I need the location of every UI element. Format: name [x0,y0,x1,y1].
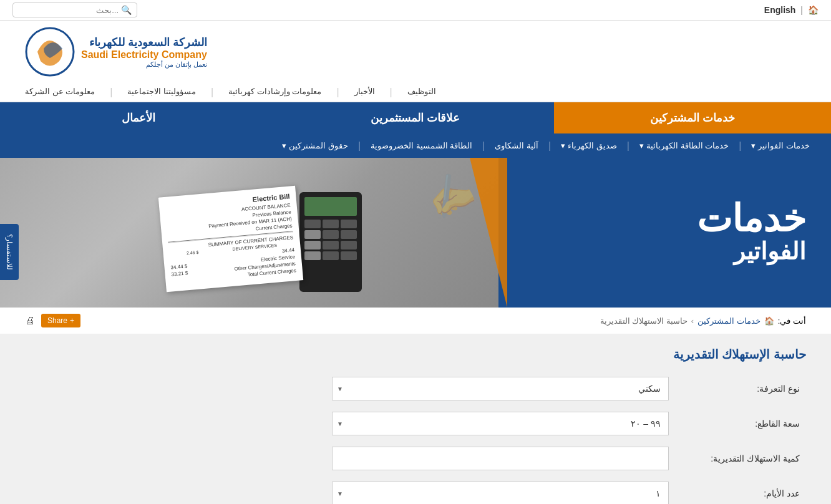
hero-banner: Electric Bill ACCOUNT BALANCE Previous B… [0,158,831,308]
subnav-electricity-friend[interactable]: صديق الكهرباء ▾ [552,133,626,158]
consumption-label: كمية الاستهلاك التقديرية: [669,453,806,463]
form-row-tariff: نوع التعرفة: سكني تجاري صناعي [25,377,806,400]
subnav-complaints[interactable]: آلية الشكاوى [486,133,547,158]
subnav-solar-label: الطاقة الشمسية الخضروضوية [371,141,472,150]
subnav-bills[interactable]: خدمات الفواتير ▾ [742,133,819,158]
bill-document: Electric Bill ACCOUNT BALANCE Previous B… [158,186,303,293]
hero-sub-text: الفواتير [697,238,806,265]
subnav-bills-arrow: ▾ [751,141,756,150]
nav-business[interactable]: الأعمال [0,102,277,133]
hero-text: خدمات الفواتير [697,200,806,265]
share-button[interactable]: + Share [41,314,80,327]
nav-news[interactable]: الأخبار [354,87,375,98]
breadcrumb-bar: أنت في: 🏠 خدمات المشتركين › حاسبة الاسته… [0,308,831,334]
logo-icon [25,27,75,77]
search-bar: 🔍 [12,2,137,17]
breadcrumb-actions: + Share 🖨 [25,314,80,327]
nav-investors[interactable]: علاقات المستثمرين [277,102,554,133]
logo-area: الشركة السعودية للكهرباء Saudi Electrici… [0,21,831,83]
separator: | [800,5,803,15]
page-title: حاسبة الإستهلاك التقديرية [25,347,806,362]
capacity-input-wrap: ٩٩ – ٢٠ ١٩٩ – ١٠٠ ٢٩٩ – ٢٠٠ [332,412,669,435]
main-content: حاسبة الإستهلاك التقديرية نوع التعرفة: س… [0,334,831,504]
company-name-arabic: الشركة السعودية للكهرباء [81,36,207,49]
subnav-electricity-friend-label: صديق الكهرباء [568,141,617,150]
consumption-calculator-form: نوع التعرفة: سكني تجاري صناعي سعة القاطع… [25,377,806,504]
main-nav: خدمات المشتركين علاقات المستثمرين الأعما… [0,102,831,133]
nav-about[interactable]: معلومات عن الشركة [25,87,95,98]
capacity-select[interactable]: ٩٩ – ٢٠ ١٩٩ – ١٠٠ ٢٩٩ – ٢٠٠ [332,412,669,435]
tariff-select[interactable]: سكني تجاري صناعي [332,377,669,400]
breadcrumb-prefix: أنت في: [778,316,806,326]
share-plus-icon: + [70,316,74,325]
feedback-label: للاستفسار؟ [5,234,14,270]
search-icon: 🔍 [121,5,132,15]
days-input-wrap: ١ ٢ ٣ ٣٠ [332,482,669,504]
nav-subscribers[interactable]: خدمات المشتركين [554,102,831,133]
subnav-rights-label: حقوق المشتركين [289,141,348,150]
capacity-label: سعة القاطع: [669,419,806,429]
print-icon[interactable]: 🖨 [25,315,35,326]
consumption-input-wrap [332,447,669,470]
top-bar: English | 🏠 🔍 [0,0,831,21]
nav-social[interactable]: مسؤوليتنا الاجتماعية [127,87,196,98]
home-breadcrumb-icon: 🏠 [764,316,774,326]
logo-text: الشركة السعودية للكهرباء Saudi Electrici… [81,36,207,69]
breadcrumb-current: حاسبة الاستهلاك التقديرية [600,316,688,326]
company-name-english: Saudi Electricity Company [81,49,207,61]
form-row-days: عدد الأيام: ١ ٢ ٣ ٣٠ [25,482,806,504]
subnav-energy-services-label: خدمات الطاقة الكهربائية [646,141,729,150]
breadcrumb-subscribers[interactable]: خدمات المشتركين [697,316,761,326]
subnav-complaints-label: آلية الشكاوى [495,141,538,150]
days-select[interactable]: ١ ٢ ٣ ٣٠ [332,482,669,504]
company-tagline: نعمل بإتقان من أجلكم [81,61,207,69]
tariff-label: نوع التعرفة: [669,384,806,394]
nav-employment[interactable]: التوظيف [407,87,436,98]
hero-image: Electric Bill ACCOUNT BALANCE Previous B… [0,158,498,308]
subnav-energy-arrow: ▾ [639,141,644,150]
logo-container: الشركة السعودية للكهرباء Saudi Electrici… [25,27,207,77]
subnav-solar[interactable]: الطاقة الشمسية الخضروضوية [362,133,481,158]
sub-nav: خدمات الفواتير ▾ | خدمات الطاقة الكهربائ… [0,133,831,158]
consumption-input[interactable] [332,447,669,470]
tariff-input-wrap: سكني تجاري صناعي [332,377,669,400]
orange-triangle [470,158,507,308]
days-label: عدد الأيام: [669,488,806,498]
capacity-select-wrapper: ٩٩ – ٢٠ ١٩٩ – ١٠٠ ٢٩٩ – ٢٠٠ [332,412,669,435]
subnav-rights[interactable]: حقوق المشتركين ▾ [273,133,357,158]
form-row-consumption: كمية الاستهلاك التقديرية: [25,447,806,470]
subnav-electricity-friend-arrow: ▾ [561,141,565,150]
language-link[interactable]: English [764,5,796,15]
tariff-select-wrapper: سكني تجاري صناعي [332,377,669,400]
share-label: Share [47,316,67,325]
subnav-rights-arrow: ▾ [282,141,286,150]
breadcrumb: أنت في: 🏠 خدمات المشتركين › حاسبة الاسته… [600,316,806,326]
nav-electrical-info[interactable]: معلومات وإرشادات كهربائية [228,87,321,98]
form-row-capacity: سعة القاطع: ٩٩ – ٢٠ ١٩٩ – ١٠٠ ٢٩٩ – ٢٠٠ [25,412,806,435]
top-nav: التوظيف | الأخبار | معلومات وإرشادات كهر… [0,83,831,102]
home-icon[interactable]: 🏠 [808,5,819,15]
feedback-tab[interactable]: للاستفسار؟ [0,224,19,280]
language-switcher: English | 🏠 [764,5,819,15]
days-select-wrapper: ١ ٢ ٣ ٣٠ [332,482,669,504]
subnav-energy-services[interactable]: خدمات الطاقة الكهربائية ▾ [631,133,737,158]
search-input[interactable] [18,6,119,15]
hero-big-text: خدمات [697,200,806,238]
subnav-bills-label: خدمات الفواتير [758,141,810,150]
